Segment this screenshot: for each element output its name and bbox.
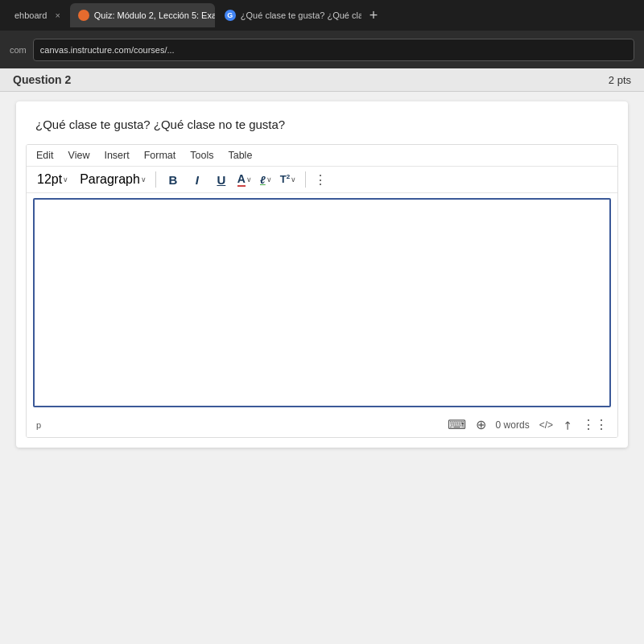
menu-format[interactable]: Format bbox=[144, 150, 176, 161]
superscript-chevron-icon: ∨ bbox=[291, 175, 296, 184]
tab-ehboard[interactable]: ehboard × bbox=[6, 3, 68, 27]
more-status-button[interactable]: ⋮⋮ bbox=[582, 417, 608, 432]
menu-edit[interactable]: Edit bbox=[36, 150, 54, 161]
tab-quiz[interactable]: Quiz: Módulo 2, Lección 5: Exa × bbox=[70, 3, 215, 27]
toolbar-divider-2 bbox=[305, 171, 306, 188]
menu-table[interactable]: Table bbox=[228, 150, 252, 161]
code-view-button[interactable]: </> bbox=[539, 419, 553, 431]
word-count: 0 words bbox=[496, 419, 530, 431]
tab-bar: ehboard × Quiz: Módulo 2, Lección 5: Exa… bbox=[0, 0, 644, 31]
editor-content-area[interactable] bbox=[33, 198, 611, 407]
font-size-selector[interactable]: 12pt ∨ bbox=[35, 171, 71, 188]
menu-insert[interactable]: Insert bbox=[104, 150, 129, 161]
highlight-selector[interactable]: ℓ ∨ bbox=[258, 172, 275, 188]
new-tab-button[interactable]: + bbox=[363, 7, 385, 24]
status-right-group: ⌨ ⊕ 0 words </> ↗ ⋮⋮ bbox=[448, 417, 608, 432]
google-favicon-icon: G bbox=[225, 10, 236, 21]
paragraph-indicator: p bbox=[36, 420, 41, 430]
more-options-button[interactable]: ⋮ bbox=[314, 172, 327, 188]
address-label: com bbox=[10, 45, 27, 55]
font-size-chevron-icon: ∨ bbox=[63, 175, 68, 184]
highlight-icon: ℓ bbox=[260, 174, 266, 186]
italic-button[interactable]: I bbox=[187, 170, 208, 189]
font-size-value: 12pt bbox=[37, 172, 62, 187]
tab-google[interactable]: G ¿Qué clase te gusta? ¿Qué cla × bbox=[217, 3, 361, 27]
tab-quiz-label: Quiz: Módulo 2, Lección 5: Exa bbox=[94, 10, 215, 20]
tab-google-label: ¿Qué clase te gusta? ¿Qué cla bbox=[241, 10, 361, 20]
toolbar-divider-1 bbox=[155, 171, 156, 188]
top-banner: Question 2 2 pts bbox=[0, 68, 644, 92]
tab-close-icon[interactable]: × bbox=[55, 10, 60, 20]
paragraph-style-selector[interactable]: Paragraph ∨ bbox=[77, 171, 149, 188]
browser-chrome: ehboard × Quiz: Módulo 2, Lección 5: Exa… bbox=[0, 0, 644, 68]
address-bar-row: com bbox=[0, 31, 644, 68]
paragraph-chevron-icon: ∨ bbox=[141, 175, 147, 184]
underline-button[interactable]: U bbox=[211, 170, 232, 189]
font-color-selector[interactable]: A ∨ bbox=[235, 171, 254, 188]
address-input[interactable] bbox=[33, 39, 634, 61]
editor-wrapper: Edit View Insert Format Tools Table 12pt… bbox=[26, 144, 618, 438]
bold-button[interactable]: B bbox=[163, 170, 184, 189]
main-content: Question 2 2 pts ¿Qué clase te gusta? ¿Q… bbox=[0, 68, 644, 644]
quiz-container: ¿Qué clase te gusta? ¿Qué clase no te gu… bbox=[16, 101, 628, 448]
menu-bar: Edit View Insert Format Tools Table bbox=[27, 145, 617, 167]
font-color-chevron-icon: ∨ bbox=[246, 175, 252, 184]
question-text: ¿Qué clase te gusta? ¿Qué clase no te gu… bbox=[16, 101, 628, 144]
keyboard-icon[interactable]: ⌨ bbox=[448, 417, 466, 432]
paragraph-style-value: Paragraph bbox=[80, 172, 140, 187]
expand-button[interactable]: ↗ bbox=[559, 417, 576, 433]
menu-view[interactable]: View bbox=[68, 150, 90, 161]
superscript-icon: T2 bbox=[280, 173, 290, 185]
tab-label: ehboard bbox=[14, 10, 47, 20]
highlight-chevron-icon: ∨ bbox=[266, 175, 272, 184]
pts-label: 2 pts bbox=[609, 74, 631, 86]
question-label: Question 2 bbox=[13, 73, 71, 86]
menu-tools[interactable]: Tools bbox=[190, 150, 213, 161]
superscript-selector[interactable]: T2 ∨ bbox=[278, 171, 299, 187]
font-color-icon: A bbox=[237, 172, 246, 187]
editor-status-bar: p ⌨ ⊕ 0 words </> ↗ ⋮⋮ bbox=[27, 412, 617, 437]
canvas-favicon-icon bbox=[78, 10, 89, 21]
accessibility-icon[interactable]: ⊕ bbox=[476, 417, 486, 432]
formatting-bar: 12pt ∨ Paragraph ∨ B I U A ∨ bbox=[27, 167, 617, 193]
